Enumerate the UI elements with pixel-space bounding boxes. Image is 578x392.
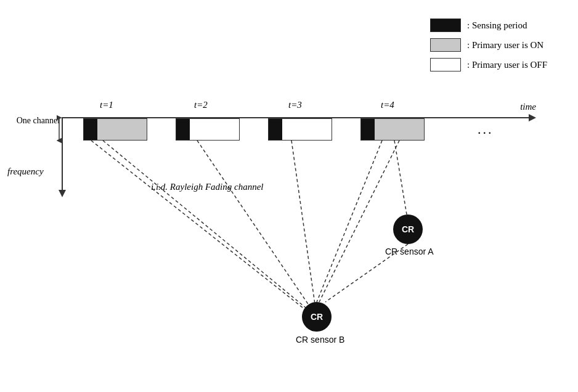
legend-box-pu-off	[430, 58, 461, 71]
time-label-t4: t=4	[381, 100, 394, 110]
rayleigh-label: i.i.d. Rayleigh Fading channel	[151, 182, 263, 192]
svg-line-7	[91, 141, 314, 317]
slot-t1-data	[97, 119, 147, 140]
legend-item-pu-off: : Primary user is OFF	[430, 58, 547, 71]
cr-sensor-b-label: CR sensor B	[296, 335, 344, 345]
legend-box-sensing	[430, 18, 461, 32]
slot-t4	[360, 118, 425, 141]
svg-line-2	[197, 141, 317, 317]
slot-t2-data	[190, 119, 239, 140]
slot-t4-data	[375, 119, 424, 140]
time-axis-label: time	[520, 102, 536, 112]
svg-line-5	[317, 141, 382, 302]
slot-t1	[83, 118, 147, 141]
cr-node-a: CR	[393, 214, 423, 244]
time-axis-arrow	[529, 114, 536, 121]
legend: : Sensing period : Primary user is ON : …	[430, 18, 547, 71]
ellipsis: ...	[478, 121, 494, 137]
slot-t3-data	[282, 119, 332, 140]
freq-axis	[62, 117, 63, 191]
legend-box-pu-on	[430, 38, 461, 52]
diagram-container: : Sensing period : Primary user is ON : …	[0, 0, 578, 392]
legend-label-pu-off: : Primary user is OFF	[467, 60, 547, 70]
legend-item-sensing: : Sensing period	[430, 18, 547, 32]
slot-t3	[268, 118, 332, 141]
freq-axis-arrow	[59, 190, 66, 197]
time-label-t3: t=3	[288, 100, 302, 110]
legend-item-pu-on: : Primary user is ON	[430, 38, 547, 52]
time-label-t1: t=1	[100, 100, 113, 110]
svg-line-6	[319, 141, 399, 302]
svg-line-1	[103, 141, 317, 317]
slot-t3-sense	[269, 119, 282, 140]
svg-line-4	[394, 141, 407, 214]
legend-label-sensing: : Sensing period	[467, 20, 527, 31]
channel-label: One channel	[7, 116, 60, 126]
slot-t2	[176, 118, 240, 141]
slot-t2-sense	[176, 119, 190, 140]
cr-node-b: CR	[302, 302, 332, 332]
cr-sensor-a-label: CR sensor A	[385, 247, 434, 256]
time-label-t2: t=2	[194, 100, 208, 110]
svg-line-3	[291, 141, 317, 317]
slot-t4-sense	[361, 119, 375, 140]
legend-label-pu-on: : Primary user is ON	[467, 40, 543, 51]
freq-axis-label: frequency	[7, 166, 44, 177]
slot-t1-sense	[84, 119, 97, 140]
